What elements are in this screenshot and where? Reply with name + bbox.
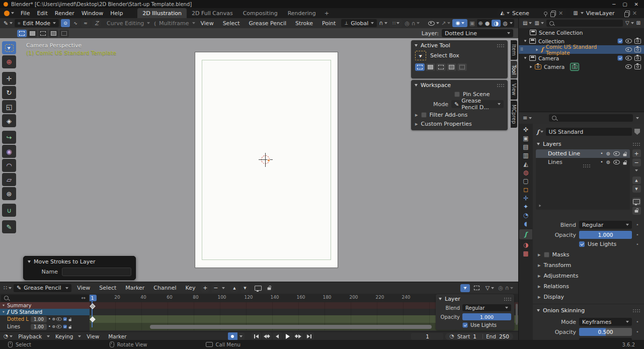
onion-mode-dropdown[interactable]: Keyframes [579,318,632,326]
tool-radius[interactable]: ◉ [2,145,16,158]
render-visibility-icon[interactable] [634,64,641,69]
auto-keying-button[interactable] [228,332,237,340]
tool-move[interactable]: ✛ [2,72,16,85]
tab-tool[interactable]: ✜ [523,127,528,133]
unlink-icon[interactable]: ✕ [558,10,563,17]
tool-transform[interactable]: ◈ [2,114,16,127]
expand-icon[interactable] [3,305,5,307]
channel-search-input[interactable]: ↔ [1,295,89,302]
editor-type-button[interactable]: ∷ [4,285,12,291]
channel-layer-lines[interactable]: Lines 1.00 • ⊚ [0,323,90,330]
blend-dropdown[interactable]: Regular [462,304,511,311]
tab-effects[interactable]: ✦ [523,204,528,210]
tool-shear[interactable]: ▱ [2,173,16,186]
onion-opacity-slider[interactable]: 0.500 [579,328,632,336]
select-mode-intersect-button[interactable] [457,63,467,71]
shading-wireframe-icon[interactable]: ⊕ [478,21,483,26]
channel-summary[interactable]: Summary [0,302,90,309]
sidebar-tab-tool[interactable]: Tool [511,61,517,78]
snap-toggle-button[interactable]: ∪ [379,21,387,26]
expand-icon[interactable] [536,48,538,51]
tab-output[interactable]: ▤ [523,144,528,150]
hide-eye-icon[interactable] [625,56,632,60]
tool-interpolate[interactable]: ∪ [2,204,16,217]
vertical-scrollbar[interactable] [516,304,518,325]
lock-icon[interactable] [623,162,627,164]
workspace-tab-rendering[interactable]: Rendering [283,10,321,17]
prev-keyframe-button[interactable] [262,332,272,340]
properties-search-input[interactable] [549,114,633,122]
drag-grip-icon[interactable] [497,44,504,47]
menu-keying[interactable]: Keying [52,333,81,339]
tool-scale[interactable]: ◱ [2,100,16,113]
channel-down-button[interactable]: ▼ [240,284,249,292]
collection-checkbox[interactable] [618,56,623,61]
tab-collection[interactable]: ▢ [523,178,528,184]
lock-icon[interactable] [69,326,71,328]
proportional-edit-icon[interactable]: ◎ [498,285,503,291]
outliner-row-camera-object[interactable]: Camera [519,62,644,71]
expand-icon[interactable]: ▸ [415,112,418,118]
auto-keying-options-button[interactable] [238,332,245,340]
gp-select-mode-stroke-button[interactable]: ∿ [71,19,80,27]
shading-solid-icon[interactable]: ● [485,21,490,26]
prev-frame-button[interactable] [273,332,282,340]
tab-view-layer[interactable]: ▥ [523,152,528,158]
tab-data-grease-pencil[interactable]: ʃ [519,229,532,239]
new-collection-button[interactable]: ⊞ [636,21,640,26]
datablock-name-field[interactable]: US Standard [546,128,632,136]
mask-icon[interactable]: ⊚ [52,325,55,329]
hide-eye-icon[interactable] [613,160,620,164]
tab-scene[interactable]: ◭ [523,161,528,167]
close-button[interactable]: ✕ [631,2,642,7]
editor-type-button[interactable]: ≡ [523,115,532,121]
menu-stroke[interactable]: Stroke [292,20,316,27]
menu-marker[interactable]: Marker [105,333,130,339]
fake-user-shield-icon[interactable] [634,129,640,135]
select-mode-subtract-button[interactable] [436,63,446,71]
tab-physics[interactable]: ◔ [523,212,528,218]
channel-object[interactable]: ʃ US Standard [0,309,90,315]
viewlayer-selector[interactable]: ▥ ViewLayer ✕ [570,9,640,17]
drag-grip-icon[interactable] [497,84,504,87]
mask-icon[interactable]: ⊚ [52,317,55,321]
channel-layer-dotted[interactable]: Dotted L 1.00 • ⊚ [0,315,90,323]
sidebar-tab-mcprep[interactable]: MCprep [511,101,517,128]
render-visibility-icon[interactable] [634,39,641,44]
section-masks[interactable]: ▸ Masks [533,249,644,260]
select-mode-invert-button[interactable] [49,30,58,37]
expand-width-icon[interactable]: ↔ [82,296,86,301]
filter-dropdown[interactable]: ▽ [625,21,634,26]
tab-render[interactable]: ▣ [523,135,528,141]
menu-view[interactable]: View [73,285,94,291]
collection-checkbox[interactable] [618,39,623,44]
select-mode-subtract-button[interactable] [38,30,48,37]
menu-select[interactable]: Select [219,20,244,27]
masks-checkbox[interactable] [544,252,549,257]
move-layer-up-button[interactable]: ▲ [632,177,641,184]
tool-extrude[interactable]: ↪ [2,131,16,144]
hide-eye-icon[interactable] [613,151,620,156]
menu-key[interactable]: Key [182,285,199,291]
render-visibility-icon[interactable] [634,47,641,52]
filter-addons-checkbox[interactable] [421,112,427,118]
editor-type-button[interactable]: ✎ [4,21,13,26]
expand-icon[interactable] [524,57,527,59]
tool-to-sphere[interactable]: ⊛ [2,187,16,200]
layer-opacity-value[interactable]: 1.00 [31,324,47,330]
play-button[interactable] [283,332,293,340]
remove-keyframe-button[interactable]: − [211,284,220,292]
expand-icon[interactable] [3,311,5,313]
minimize-button[interactable]: ─ [609,2,619,7]
animate-dot[interactable]: • [635,319,640,324]
outliner-row-gp-object[interactable]: ⠿ ʃ Comic US Standard Template [519,45,644,54]
section-transform[interactable]: ▸Transform [533,260,644,271]
move-layer-down-button[interactable]: ▼ [632,185,641,193]
collapse-icon[interactable] [28,260,31,263]
remove-layer-button[interactable]: − [632,158,641,166]
workspace-mode-dropdown[interactable]: ✎ Grease Pencil D... [451,100,504,108]
expand-icon[interactable] [530,65,532,68]
shading-rendered-icon[interactable]: ◍ [503,21,508,26]
active-layer-dropdown[interactable]: Dotted Line [442,29,513,37]
sidebar-tab-item[interactable]: Item [511,40,517,60]
